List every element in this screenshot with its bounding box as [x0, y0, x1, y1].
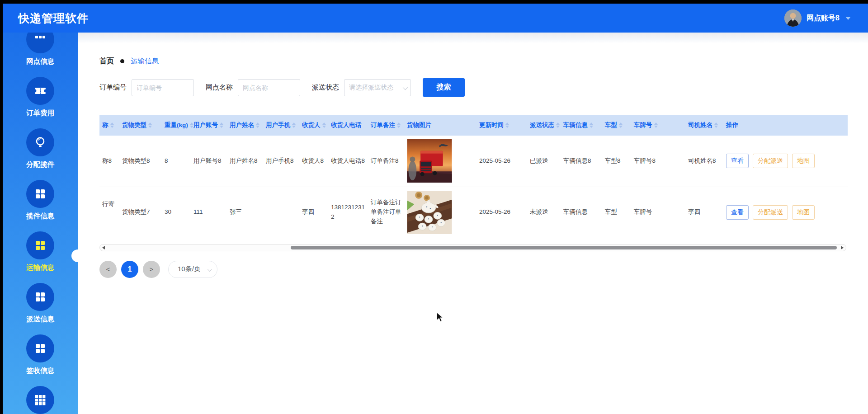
cell-cargo-type: 货物类型8: [119, 136, 162, 187]
sort-icon[interactable]: [110, 122, 114, 128]
cell-user-account: 用户账号8: [191, 136, 227, 187]
order-no-input[interactable]: [132, 79, 194, 96]
cell-user-phone: [263, 187, 299, 238]
sort-icon[interactable]: [654, 122, 658, 128]
scroll-left-arrow-icon[interactable]: [102, 246, 105, 249]
teaset-cargo-photo[interactable]: [407, 191, 452, 234]
col-user-phone[interactable]: 用户手机: [263, 115, 299, 136]
view-button[interactable]: 查看: [726, 154, 749, 168]
assign-delivery-button[interactable]: 分配派送: [753, 205, 788, 220]
col-user-account[interactable]: 用户账号: [191, 115, 227, 136]
sort-icon[interactable]: [397, 122, 401, 128]
sidebar-item-order-fee[interactable]: 订单费用: [3, 77, 78, 128]
sidebar-item-delivery-info[interactable]: 派送信息: [3, 283, 78, 334]
col-receiver-phone[interactable]: 收货人电话: [328, 115, 368, 136]
sort-icon[interactable]: [292, 122, 296, 128]
map-button[interactable]: 地图: [792, 154, 815, 168]
cell-weight: 30: [162, 187, 191, 238]
breadcrumb-home[interactable]: 首页: [99, 56, 114, 66]
col-cargo-photo[interactable]: 货物图片: [404, 115, 476, 136]
sidebar-item-more[interactable]: [3, 386, 78, 414]
grid-icon: [26, 180, 54, 208]
next-page-button[interactable]: >: [143, 261, 160, 278]
col-user-name[interactable]: 用户姓名: [227, 115, 263, 136]
sort-icon[interactable]: [190, 122, 193, 128]
cell-receiver: 收货人8: [299, 136, 328, 187]
cell-delivery-status: 已派送: [527, 136, 561, 187]
cell-receiver-phone: 13812312312: [328, 187, 368, 238]
col-order-note[interactable]: 订单备注: [368, 115, 404, 136]
sidebar-item-assign-pickup[interactable]: 分配揽件: [3, 128, 78, 180]
delivery-status-field-group: 派送状态 请选择派送状态: [312, 79, 411, 96]
sidebar-item-label: 网点信息: [26, 57, 54, 66]
col-vehicle-type[interactable]: 车型: [602, 115, 631, 136]
current-page-button[interactable]: 1: [121, 261, 138, 278]
sort-icon[interactable]: [619, 122, 623, 128]
sidebar-item-signoff-info[interactable]: 签收信息: [3, 334, 78, 386]
cell-user-account: 111: [191, 187, 227, 238]
shop-icon: [26, 33, 54, 53]
view-button[interactable]: 查看: [726, 205, 749, 220]
app-title: 快递管理软件: [18, 11, 89, 26]
cell-user-phone: 用户手机8: [263, 136, 299, 187]
ticket-icon: [26, 77, 54, 105]
cell-vehicle-info: 车辆信息: [561, 187, 602, 238]
scrollbar-thumb[interactable]: [291, 246, 837, 249]
truck-cargo-photo[interactable]: [407, 139, 452, 183]
sidebar-item-transport-info[interactable]: 运输信息: [3, 231, 78, 283]
table-row: 行寄 货物类型7 30 111 张三 李四 13812312312 订单备注订单…: [99, 187, 848, 238]
col-vehicle-info[interactable]: 车辆信息: [561, 115, 602, 136]
scroll-right-arrow-icon[interactable]: [841, 246, 844, 249]
sort-icon[interactable]: [556, 122, 560, 128]
cell-receiver: 李四: [299, 187, 328, 238]
sort-icon[interactable]: [322, 122, 326, 128]
bulb-icon: [26, 128, 54, 156]
sort-icon[interactable]: [148, 122, 152, 128]
sort-icon[interactable]: [714, 122, 718, 128]
top-header: 快递管理软件 网点账号8: [3, 4, 868, 33]
user-menu[interactable]: 网点账号8: [784, 9, 851, 27]
order-no-field-group: 订单编号: [99, 79, 194, 96]
content-top-strip: [78, 33, 868, 43]
prev-page-button[interactable]: <: [99, 261, 117, 278]
col-update-time[interactable]: 更新时间: [476, 115, 527, 136]
cell-weight: 8: [162, 136, 191, 187]
page-size-select[interactable]: 10条/页: [168, 261, 217, 278]
search-button[interactable]: 搜索: [423, 78, 465, 97]
col-driver-name[interactable]: 司机姓名: [685, 115, 723, 136]
col-plate-no[interactable]: 车牌号: [631, 115, 685, 136]
breadcrumb-current[interactable]: 运输信息: [131, 56, 159, 66]
sidebar-item-pickup-info[interactable]: 揽件信息: [3, 180, 78, 231]
col-weight[interactable]: 重量(kg): [162, 115, 191, 136]
transport-table: 称 货物类型 重量(kg) 用户账号 用户姓名 用户手机 收货人 收货人电话 订…: [99, 115, 848, 238]
sidebar-item-label: 揽件信息: [26, 212, 54, 221]
sort-icon[interactable]: [220, 122, 223, 128]
map-button[interactable]: 地图: [792, 205, 815, 220]
search-bar: 订单编号 网点名称 派送状态 请选择派送状态 搜索: [99, 78, 868, 97]
delivery-status-select[interactable]: 请选择派送状态: [344, 79, 411, 96]
sort-icon[interactable]: [590, 122, 593, 128]
cell-driver-name: 司机姓名8: [685, 136, 723, 187]
cell-actions: 查看 分配派送 地图: [723, 136, 848, 187]
user-name[interactable]: 网点账号8: [807, 14, 840, 23]
col-receiver[interactable]: 收货人: [299, 115, 328, 136]
chevron-down-icon: [403, 85, 408, 89]
cell-user-name: 张三: [227, 187, 263, 238]
assign-delivery-button[interactable]: 分配派送: [753, 154, 788, 168]
cell-branch-name: 称8: [99, 136, 119, 187]
chevron-down-icon[interactable]: [845, 17, 851, 20]
avatar-image: [784, 9, 802, 27]
col-cargo-type[interactable]: 货物类型: [119, 115, 162, 136]
user-avatar[interactable]: [784, 9, 802, 27]
branch-name-input[interactable]: [238, 79, 300, 96]
main-content: 首页 运输信息 订单编号 网点名称 派送状态 请选择派送状态: [78, 33, 868, 414]
col-branch-name[interactable]: 称: [99, 115, 119, 136]
horizontal-scrollbar[interactable]: [99, 244, 846, 251]
sort-icon[interactable]: [256, 122, 259, 128]
sort-icon[interactable]: [505, 122, 509, 128]
chevron-down-icon: [208, 267, 212, 272]
table-row: 称8 货物类型8 8 用户账号8 用户姓名8 用户手机8 收货人8 收货人电话8…: [99, 136, 848, 187]
sidebar-item-branch-info[interactable]: 网点信息: [3, 33, 78, 77]
col-delivery-status[interactable]: 派送状态: [527, 115, 561, 136]
grid-icon: [26, 231, 54, 259]
